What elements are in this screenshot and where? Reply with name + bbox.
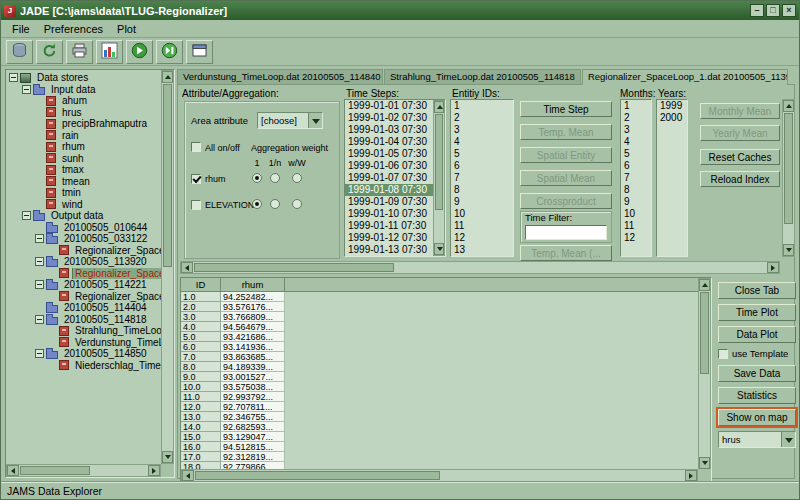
tree-expander[interactable] [35, 257, 44, 266]
tree-vertical-scrollbar[interactable] [161, 70, 174, 464]
scroll-right-icon[interactable] [685, 470, 697, 481]
tree-node-20100505-114818[interactable]: 20100505_114818 [7, 314, 161, 326]
tab-strahlung-timeloop-dat-20100505-114818[interactable]: Strahlung_TimeLoop.dat 20100505_114818 [384, 69, 581, 84]
data-plot-button[interactable]: Data Plot [718, 326, 796, 343]
list-item[interactable]: 7 [621, 172, 651, 184]
list-item[interactable]: 1999-01-01 07:30 [345, 100, 433, 112]
list-item[interactable]: 1999-01-10 07:30 [345, 208, 433, 220]
value-cell[interactable]: 93.141936... [221, 342, 285, 352]
tab-regionalizer-spaceloop-1-dat-20100505-113920[interactable]: Regionalizer_SpaceLoop_1.dat 20100505_11… [582, 69, 788, 85]
time-plot-button[interactable]: Time Plot [718, 304, 796, 321]
tree-expander[interactable] [9, 73, 18, 82]
id-cell[interactable]: 9.0 [181, 372, 221, 382]
list-item[interactable]: 4 [451, 136, 513, 148]
list-item[interactable]: 1999 [657, 100, 687, 112]
list-item[interactable]: 5 [621, 148, 651, 160]
tree-expander[interactable] [35, 315, 44, 324]
scrollbar-thumb[interactable] [195, 471, 440, 480]
tree-node-20100505-113920[interactable]: 20100505_113920 [7, 256, 161, 268]
rhum-checkbox[interactable] [191, 174, 201, 184]
time-filter-input[interactable] [525, 225, 607, 240]
menu-plot[interactable]: Plot [110, 22, 143, 36]
value-cell[interactable]: 92.779866... [221, 462, 285, 469]
table-vertical-scrollbar[interactable] [698, 278, 711, 470]
elevation-checkbox[interactable] [191, 200, 201, 210]
value-cell[interactable]: 93.576176... [221, 302, 285, 312]
time-steps-scrollbar[interactable] [433, 100, 445, 256]
map-attribute-select[interactable]: hrus [718, 431, 796, 448]
list-item[interactable]: 1999-01-13 07:30 [345, 244, 433, 256]
scroll-down-icon[interactable] [783, 244, 794, 256]
reset-caches-button[interactable]: Reset Caches [700, 149, 780, 165]
scroll-left-icon[interactable] [7, 465, 19, 476]
value-cell[interactable]: 92.682593... [221, 422, 285, 432]
use-template-checkbox[interactable] [718, 349, 728, 359]
list-item[interactable]: 1999-01-09 07:30 [345, 196, 433, 208]
list-item[interactable]: 12 [451, 232, 513, 244]
id-cell[interactable]: 17.0 [181, 452, 221, 462]
scrollbar-thumb[interactable] [20, 466, 90, 475]
weight-radio-w-w[interactable] [292, 173, 302, 183]
scrollbar-thumb[interactable] [784, 113, 793, 224]
tree-node-hrus[interactable]: hrus [7, 107, 161, 119]
id-cell[interactable]: 1.0 [181, 292, 221, 302]
id-cell[interactable]: 3.0 [181, 312, 221, 322]
list-item[interactable]: 7 [451, 172, 513, 184]
value-cell[interactable]: 92.312819... [221, 452, 285, 462]
weight-radio-1-n[interactable] [270, 199, 280, 209]
scroll-right-icon[interactable] [767, 262, 779, 273]
tree-expander[interactable] [22, 211, 31, 220]
tree-node-regionalizer-spaceloop[interactable]: Regionalizer_SpaceLoop_... [7, 245, 161, 257]
list-item[interactable]: 1999-01-02 07:30 [345, 112, 433, 124]
list-item[interactable]: 6 [451, 160, 513, 172]
scroll-left-icon[interactable] [182, 470, 194, 481]
value-cell[interactable]: 92.993792... [221, 392, 285, 402]
list-item[interactable]: 10 [621, 208, 651, 220]
id-cell[interactable]: 8.0 [181, 362, 221, 372]
tree-expander[interactable] [35, 349, 44, 358]
scroll-right-icon[interactable] [148, 465, 160, 476]
id-cell[interactable]: 18.0 [181, 462, 221, 469]
time-step-button[interactable]: Time Step [520, 101, 612, 117]
list-item[interactable]: 9 [621, 196, 651, 208]
tree-node-output-data[interactable]: Output data [7, 210, 161, 222]
id-cell[interactable]: 14.0 [181, 422, 221, 432]
list-item[interactable]: 3 [451, 124, 513, 136]
scrollbar-thumb[interactable] [700, 292, 709, 374]
tree-node-ahum[interactable]: ahum [7, 95, 161, 107]
close-tab-button[interactable]: Close Tab [718, 282, 796, 299]
list-item[interactable]: 8 [621, 184, 651, 196]
scroll-down-icon[interactable] [434, 243, 444, 255]
tree-node-strahlung-timeloop-dat[interactable]: Strahlung_TimeLoop.dat [7, 325, 161, 337]
id-cell[interactable]: 10.0 [181, 382, 221, 392]
list-item[interactable]: 2 [621, 112, 651, 124]
weight-radio-w-w[interactable] [292, 199, 302, 209]
window-button[interactable] [186, 40, 213, 64]
scrollbar-thumb[interactable] [194, 263, 394, 272]
scrollbar-thumb[interactable] [435, 114, 443, 210]
tree-node-20100505-033122[interactable]: 20100505_033122 [7, 233, 161, 245]
scroll-up-icon[interactable] [783, 100, 794, 112]
list-item[interactable]: 1999-01-11 07:30 [345, 220, 433, 232]
save-data-button[interactable]: Save Data [718, 365, 796, 382]
list-item[interactable]: 1 [451, 100, 513, 112]
list-item[interactable]: 5 [451, 148, 513, 160]
scroll-down-icon[interactable] [162, 451, 173, 463]
list-item[interactable]: 2000 [657, 112, 687, 124]
print-button[interactable] [66, 40, 93, 64]
titlebar[interactable]: J JADE [C:\jams\data\TLUG-Regionalizer] … [1, 1, 799, 20]
tree-node-20100505-114404[interactable]: 20100505_114404 [7, 302, 161, 314]
list-item[interactable]: 4 [621, 136, 651, 148]
column-header-rhum[interactable]: rhum [221, 278, 285, 291]
show-on-map-button[interactable]: Show on map [718, 409, 796, 426]
tree-expander[interactable] [35, 280, 44, 289]
id-cell[interactable]: 13.0 [181, 412, 221, 422]
maximize-button[interactable]: □ [766, 4, 780, 17]
value-cell[interactable]: 93.863685... [221, 352, 285, 362]
list-item[interactable]: 11 [621, 220, 651, 232]
tree-node-20100505-010644[interactable]: 20100505_010644 [7, 222, 161, 234]
tree-node-tmax[interactable]: tmax [7, 164, 161, 176]
value-cell[interactable]: 94.189339... [221, 362, 285, 372]
all-onoff-checkbox[interactable] [191, 142, 201, 152]
value-cell[interactable]: 92.346755... [221, 412, 285, 422]
